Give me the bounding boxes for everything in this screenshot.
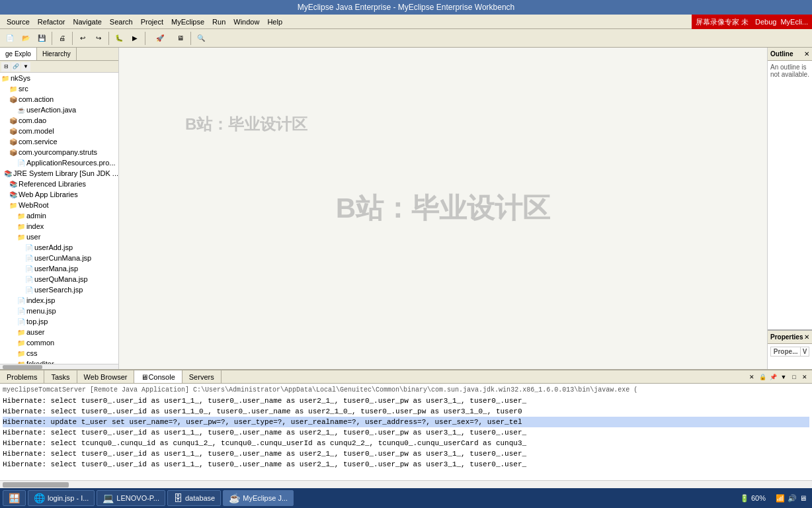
menu-navigate[interactable]: Navigate bbox=[69, 17, 105, 27]
toolbar-server-btn[interactable]: 🖥 bbox=[173, 31, 188, 46]
tree-item-icon: 📄 bbox=[25, 276, 33, 283]
tree-item[interactable]: 📚JRE System Library [Sun JDK ... bbox=[0, 168, 118, 179]
console-clear-btn[interactable]: ✕ bbox=[747, 372, 756, 382]
console-maximize-btn[interactable]: □ bbox=[790, 372, 799, 382]
tree-item[interactable]: 📄userMana.jsp bbox=[0, 263, 118, 274]
tree-item[interactable]: 📁auser bbox=[0, 327, 118, 337]
menu-run[interactable]: Run bbox=[208, 17, 229, 27]
tab-hierarchy[interactable]: Hierarchy bbox=[37, 48, 77, 60]
toolbar-sep-3 bbox=[108, 32, 109, 45]
tree-item[interactable]: 📦com.action bbox=[0, 94, 118, 105]
tree-item[interactable]: ☕userAction.java bbox=[0, 105, 118, 115]
watermark-center: B站：毕业设计区 bbox=[336, 190, 550, 227]
tree-item[interactable]: 📄ApplicationResources.pro... bbox=[0, 157, 118, 168]
tree-item[interactable]: 📄top.jsp bbox=[0, 316, 118, 327]
toolbar-open-btn[interactable]: 📂 bbox=[19, 31, 33, 46]
lpt-collapse-btn[interactable]: ⊟ bbox=[1, 62, 11, 71]
tree-item[interactable]: 📁nkSys bbox=[0, 73, 118, 83]
tab-package-explorer[interactable]: ge Explo bbox=[0, 48, 37, 60]
tree-item-label: userAction.java bbox=[26, 106, 76, 114]
menu-help[interactable]: Help bbox=[263, 17, 286, 27]
tree-item[interactable]: 📄userQuMana.jsp bbox=[0, 274, 118, 284]
myeclipse-tab[interactable]: MyEcli... bbox=[780, 18, 808, 26]
toolbar-print-btn[interactable]: 🖨 bbox=[55, 31, 69, 46]
lpt-menu-btn[interactable]: ▼ bbox=[21, 62, 30, 71]
tab-web-browser[interactable]: Web Browser bbox=[77, 370, 135, 383]
console-scroll-lock-btn[interactable]: 🔒 bbox=[758, 372, 767, 382]
tree-item[interactable]: 📁common bbox=[0, 337, 118, 348]
tree-item[interactable]: 📄index.jsp bbox=[0, 295, 118, 306]
tree-item-label: user bbox=[26, 233, 40, 241]
tab-servers[interactable]: Servers bbox=[183, 370, 222, 383]
tree-item[interactable]: 📁WebRoot bbox=[0, 200, 118, 210]
tree-item[interactable]: 📄menu.jsp bbox=[0, 306, 118, 316]
tree-item[interactable]: 📚Web App Libraries bbox=[0, 189, 118, 200]
props-tab-label[interactable]: Properties bbox=[770, 333, 803, 341]
taskbar-icon-login: 🌐 bbox=[34, 493, 45, 503]
tree-item[interactable]: 📁src bbox=[0, 83, 118, 94]
bottom-panel: Problems Tasks Web Browser 🖥 Console Ser… bbox=[0, 369, 812, 488]
console-hscroll[interactable] bbox=[0, 480, 812, 488]
tree-item[interactable]: 📁fckeditor bbox=[0, 359, 118, 364]
tab-problems[interactable]: Problems bbox=[0, 370, 44, 383]
toolbar-search-btn[interactable]: 🔍 bbox=[194, 31, 208, 46]
console-line: Hibernate: select tuser0_.user_id as use… bbox=[3, 459, 809, 470]
outline-tab-label[interactable]: Outline bbox=[770, 50, 793, 58]
toolbar-run-btn[interactable]: ▶ bbox=[128, 31, 142, 46]
taskbar-item-myeclipse[interactable]: ☕ MyEclipse J... bbox=[223, 490, 294, 506]
tree-item[interactable]: 📄userSearch.jsp bbox=[0, 284, 118, 295]
console-close-btn[interactable]: ✕ bbox=[800, 372, 809, 382]
console-pin-btn[interactable]: 📌 bbox=[768, 372, 778, 382]
tree-item[interactable]: 📚Referenced Libraries bbox=[0, 179, 118, 189]
console-line: Hibernate: select tuser0_.user_id as use… bbox=[3, 448, 809, 459]
taskbar-item-database[interactable]: 🗄 database bbox=[167, 490, 221, 506]
file-tree: 📁nkSys📁src📦com.action☕userAction.java📦co… bbox=[0, 73, 118, 364]
tree-item-icon: 📄 bbox=[25, 286, 33, 294]
tab-console[interactable]: 🖥 Console bbox=[134, 370, 182, 383]
taskbar: 🪟 🌐 login.jsp - I... 💻 LENOVO-P... 🗄 dat… bbox=[0, 488, 812, 508]
tree-item-icon: 📦 bbox=[9, 128, 17, 135]
toolbar-undo-btn[interactable]: ↩ bbox=[75, 31, 90, 46]
tree-item[interactable]: 📦com.service bbox=[0, 136, 118, 147]
menu-source[interactable]: Source bbox=[3, 17, 34, 27]
menu-search[interactable]: Search bbox=[106, 17, 137, 27]
tree-item[interactable]: 📁css bbox=[0, 348, 118, 359]
outline-text: An outline is not available. bbox=[770, 64, 809, 78]
tree-item[interactable]: 📦com.yourcompany.struts bbox=[0, 147, 118, 157]
left-panel-hscroll[interactable] bbox=[0, 364, 118, 369]
taskbar-item-lenovo[interactable]: 💻 LENOVO-P... bbox=[97, 490, 165, 506]
tree-item[interactable]: 📦com.model bbox=[0, 126, 118, 136]
menu-project[interactable]: Project bbox=[137, 17, 167, 27]
tree-item[interactable]: 📄userAdd.jsp bbox=[0, 242, 118, 253]
toolbar-new-btn[interactable]: 📄 bbox=[3, 31, 17, 46]
debug-tab[interactable]: Debug bbox=[755, 18, 776, 26]
tree-item[interactable]: 📁admin bbox=[0, 210, 118, 221]
console-icon: 🖥 bbox=[141, 373, 148, 381]
tree-item[interactable]: 📄userCunMana.jsp bbox=[0, 253, 118, 263]
hscroll-thumb[interactable] bbox=[3, 482, 69, 487]
console-output[interactable]: myeclipseTomcatServer [Remote Java Appli… bbox=[0, 384, 812, 480]
tree-item[interactable]: 📦com.dao bbox=[0, 115, 118, 126]
menu-myeclipse[interactable]: MyEclipse bbox=[167, 17, 208, 27]
toolbar-redo-btn[interactable]: ↪ bbox=[91, 31, 106, 46]
props-close-icon[interactable]: ✕ bbox=[804, 333, 809, 341]
toolbar-save-btn[interactable]: 💾 bbox=[34, 31, 49, 46]
lpt-link-btn[interactable]: 🔗 bbox=[11, 62, 20, 71]
outline-close-icon[interactable]: ✕ bbox=[804, 50, 809, 58]
editor-area[interactable]: B站：毕业设计区 B站：毕业设计区 bbox=[119, 48, 767, 369]
toolbar-sep-5 bbox=[190, 32, 191, 45]
menu-refactor[interactable]: Refactor bbox=[34, 17, 69, 27]
tree-item[interactable]: 📁index bbox=[0, 221, 118, 232]
toolbar-deploy-btn[interactable]: 🚀 bbox=[148, 31, 172, 46]
toolbar-debug-btn[interactable]: 🐛 bbox=[112, 31, 126, 46]
left-panel-toolbar: ⊟ 🔗 ▼ bbox=[0, 61, 118, 73]
left-panel-tabs: ge Explo Hierarchy bbox=[0, 48, 118, 61]
props-section: Properties ✕ Prope... V bbox=[768, 329, 812, 369]
console-minimize-btn[interactable]: ▼ bbox=[779, 372, 788, 382]
tree-item[interactable]: 📁user bbox=[0, 232, 118, 242]
taskbar-item-login[interactable]: 🌐 login.jsp - I... bbox=[28, 490, 95, 506]
start-button[interactable]: 🪟 bbox=[3, 490, 26, 506]
tree-item-label: common bbox=[26, 339, 54, 347]
menu-window[interactable]: Window bbox=[229, 17, 263, 27]
tab-tasks[interactable]: Tasks bbox=[44, 370, 77, 383]
